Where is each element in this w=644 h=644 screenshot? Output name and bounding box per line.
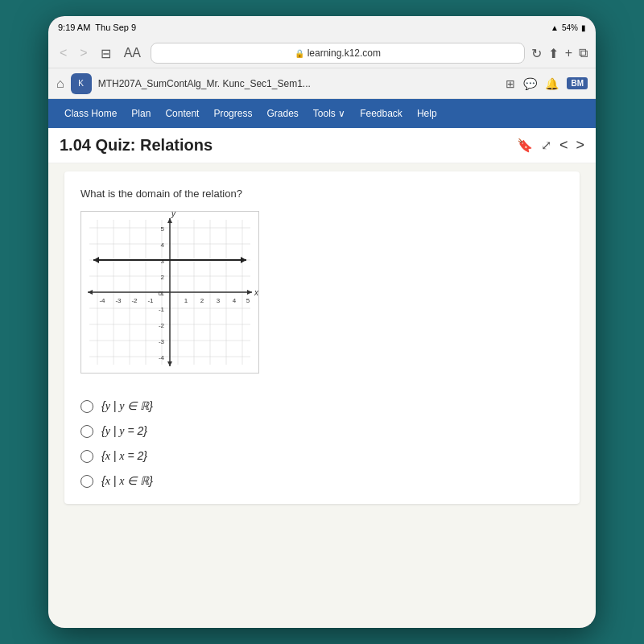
radio-1[interactable] (80, 400, 93, 413)
answer-choices: {y | y ∈ ℝ} {y | y = 2} {x | x = 2} (80, 399, 564, 488)
answer-text-4: {x | x ∈ ℝ} (101, 474, 153, 488)
page-header: 1.04 Quiz: Relations 🔖 ⤢ < > (48, 128, 596, 163)
next-page-button[interactable]: > (576, 137, 584, 154)
app-title: MTH207A_SumContAlg_Mr. Kunc_Sec1_Sem1... (98, 78, 500, 89)
forward-button[interactable]: > (76, 44, 90, 62)
date-display: Thu Sep 9 (95, 23, 136, 32)
svg-text:-2: -2 (159, 322, 165, 329)
svg-text:0: 0 (159, 290, 163, 297)
nav-progress[interactable]: Progress (207, 101, 258, 126)
add-tab-button[interactable]: + (565, 46, 572, 60)
svg-text:4: 4 (161, 242, 165, 249)
svg-text:3: 3 (161, 258, 165, 265)
battery-icon: ▮ (581, 23, 586, 32)
page-actions: 🔖 ⤢ < > (517, 137, 584, 154)
expand-icon[interactable]: ⤢ (541, 138, 551, 153)
radio-3[interactable] (80, 450, 93, 463)
answer-choice-3[interactable]: {x | x = 2} (80, 449, 564, 463)
svg-text:3: 3 (217, 297, 221, 304)
refresh-button[interactable]: ↻ (531, 46, 542, 61)
share-button[interactable]: ⬆ (548, 46, 559, 61)
device-frame: 9:19 AM Thu Sep 9 ▲ 54% ▮ < > ⊟ AA 🔒 lea… (48, 16, 596, 628)
content-area: What is the domain of the relation? (48, 163, 596, 628)
tabs-button[interactable]: ⧉ (579, 46, 588, 60)
home-icon[interactable]: ⌂ (56, 76, 64, 91)
nav-menu: Class Home Plan Content Progress Grades … (48, 99, 596, 128)
answer-choice-4[interactable]: {x | x ∈ ℝ} (80, 474, 564, 488)
svg-text:-1: -1 (159, 306, 165, 313)
svg-text:2: 2 (161, 274, 165, 281)
url-display: learning.k12.com (308, 47, 381, 59)
browser-nav: < > ⊟ AA 🔒 learning.k12.com ↻ ⬆ + ⧉ (48, 39, 596, 68)
svg-text:4: 4 (233, 297, 237, 304)
svg-text:y: y (171, 212, 176, 218)
grid-icon[interactable]: ⊞ (506, 77, 515, 90)
nav-feedback[interactable]: Feedback (353, 101, 409, 126)
battery-display: 54% (562, 23, 578, 32)
question-text: What is the domain of the relation? (80, 188, 564, 200)
svg-marker-48 (93, 257, 99, 263)
svg-marker-22 (88, 290, 93, 295)
time-display: 9:19 AM (58, 23, 90, 32)
page-title: 1.04 Quiz: Relations (60, 136, 213, 155)
nav-class-home[interactable]: Class Home (58, 101, 123, 126)
svg-marker-23 (167, 218, 172, 223)
svg-marker-21 (247, 290, 252, 295)
back-button[interactable]: < (56, 44, 70, 62)
svg-text:-4: -4 (159, 354, 165, 361)
radio-2[interactable] (80, 425, 93, 438)
header-icons: ⊞ 💬 🔔 BM (506, 77, 588, 90)
lock-icon: 🔒 (295, 49, 304, 58)
nav-plan[interactable]: Plan (125, 101, 157, 126)
prev-page-button[interactable]: < (559, 137, 568, 154)
app-logo-letter: K (78, 79, 84, 88)
svg-text:2: 2 (200, 297, 204, 304)
svg-text:-1: -1 (147, 297, 154, 304)
svg-text:5: 5 (161, 225, 165, 233)
app-logo: K (71, 73, 92, 94)
nav-grades[interactable]: Grades (260, 101, 304, 126)
svg-text:-3: -3 (159, 338, 165, 345)
svg-text:-3: -3 (115, 297, 122, 304)
svg-text:-2: -2 (131, 297, 138, 304)
browser-chrome: < > ⊟ AA 🔒 learning.k12.com ↻ ⬆ + ⧉ (48, 39, 596, 68)
nav-content[interactable]: Content (159, 101, 205, 126)
bm-badge[interactable]: BM (567, 77, 588, 89)
answer-text-2: {y | y = 2} (101, 424, 147, 438)
nav-tools[interactable]: Tools ∨ (307, 101, 352, 126)
bookmark-icon[interactable]: 🔖 (517, 138, 533, 153)
notifications-icon[interactable]: 🔔 (545, 77, 559, 90)
svg-text:x: x (254, 288, 258, 297)
graph-container: x y -4 -3 -2 -1 1 2 3 4 5 5 4 3 (80, 211, 259, 374)
app-header: ⌂ K MTH207A_SumContAlg_Mr. Kunc_Sec1_Sem… (48, 68, 596, 99)
wifi-icon: ▲ (551, 23, 559, 32)
status-bar: 9:19 AM Thu Sep 9 ▲ 54% ▮ (48, 16, 596, 39)
nav-help[interactable]: Help (411, 101, 444, 126)
reader-button[interactable]: ⊟ (97, 44, 114, 63)
browser-actions: ↻ ⬆ + ⧉ (531, 46, 588, 61)
svg-text:1: 1 (184, 297, 188, 304)
question-card: What is the domain of the relation? (64, 171, 580, 504)
svg-text:5: 5 (246, 297, 250, 304)
messages-icon[interactable]: 💬 (523, 77, 537, 90)
svg-text:-4: -4 (99, 297, 105, 304)
font-button[interactable]: AA (121, 44, 144, 62)
answer-choice-2[interactable]: {y | y = 2} (80, 424, 564, 438)
svg-marker-24 (167, 361, 172, 366)
answer-text-3: {x | x = 2} (101, 449, 147, 463)
answer-choice-1[interactable]: {y | y ∈ ℝ} (80, 399, 564, 413)
address-bar[interactable]: 🔒 learning.k12.com (151, 43, 525, 64)
radio-4[interactable] (80, 475, 93, 488)
coordinate-graph: x y -4 -3 -2 -1 1 2 3 4 5 5 4 3 (81, 212, 258, 373)
answer-text-1: {y | y ∈ ℝ} (101, 399, 153, 413)
svg-marker-47 (241, 257, 246, 263)
